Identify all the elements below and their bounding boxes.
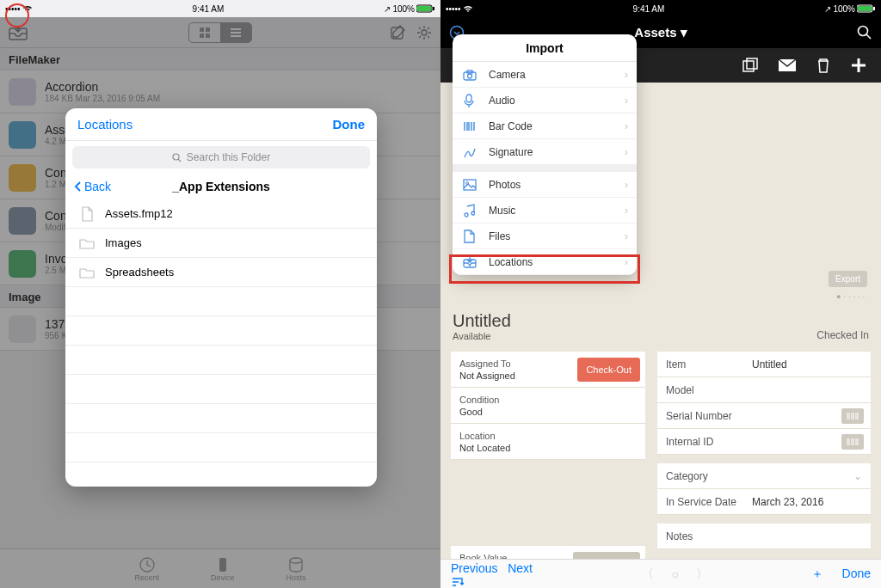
carrier-dots: ••••• [446, 4, 461, 14]
status-time: 9:41 AM [193, 4, 225, 14]
chevron-right-icon: › [625, 95, 628, 107]
assigned-cell[interactable]: Assigned To Not Assigned Check-Out [451, 352, 645, 388]
foot-chevron-left-icon[interactable]: 〈 [642, 567, 654, 582]
prev-button[interactable]: Previous [451, 561, 497, 575]
nav-title[interactable]: Assets ▾ [634, 25, 687, 40]
nav-search-icon[interactable] [857, 25, 872, 40]
chevron-right-icon: › [625, 146, 628, 158]
statusbar-left: ••••• 9:41 AM ↗ 100% [0, 0, 440, 17]
footer-bar: Previous Next 〈 ○ 〉 ＋ Done [440, 559, 881, 588]
chevron-right-icon: › [625, 205, 628, 217]
photo-icon [463, 179, 478, 191]
page-dots: ●····· [836, 292, 867, 301]
search-icon [172, 153, 182, 162]
chevron-right-icon: › [625, 230, 628, 242]
folder-icon [79, 236, 95, 251]
barcode-icon[interactable] [841, 434, 864, 450]
camera-icon [463, 69, 478, 81]
import-photo[interactable]: Photos› [453, 172, 637, 198]
condition-cell[interactable]: Condition Good [451, 388, 645, 424]
done-button[interactable]: Done [842, 567, 871, 580]
svg-point-48 [465, 213, 468, 217]
modal-title[interactable]: Locations [77, 117, 132, 132]
barcode-icon[interactable] [841, 408, 864, 424]
import-popover: Import Camera›Audio›Bar Code›Signature› … [453, 34, 637, 275]
highlight-box [449, 254, 640, 284]
row-label: Assets.fmp12 [105, 207, 173, 220]
battery-icon [416, 4, 435, 13]
model-cell[interactable]: Model [657, 377, 871, 403]
location-cell[interactable]: Location Not Located [451, 424, 645, 460]
foot-circle-icon[interactable]: ○ [671, 567, 678, 581]
svg-rect-18 [858, 6, 872, 11]
locations-modal: Locations Done Search this Folder Back _… [65, 108, 377, 487]
check-out-button[interactable]: Check-Out [577, 358, 640, 382]
service-date-cell[interactable]: In Service DateMarch 23, 2016 [657, 489, 871, 515]
svg-point-38 [468, 74, 472, 78]
highlight-circle [5, 3, 29, 28]
item-cell[interactable]: ItemUntitled [657, 352, 871, 377]
svg-point-49 [471, 211, 475, 215]
mail-icon[interactable] [778, 58, 797, 72]
location-icon: ↗ [824, 4, 831, 14]
folder-item[interactable]: Spreadsheets [65, 258, 377, 287]
file-icon [79, 206, 95, 222]
checked-in-label: Checked In [816, 329, 869, 341]
folder-title: _App Extensions [65, 180, 377, 193]
copy-icon[interactable] [742, 58, 759, 73]
search-placeholder: Search this Folder [187, 151, 270, 163]
folder-icon [79, 265, 95, 280]
chevron-right-icon: › [625, 69, 628, 81]
record-subtitle: Available [453, 331, 511, 341]
foot-chevron-right-icon[interactable]: 〉 [696, 567, 708, 582]
serial-cell[interactable]: Serial Number [657, 403, 871, 429]
next-button[interactable]: Next [508, 561, 533, 575]
svg-rect-46 [464, 180, 476, 190]
wifi-icon [463, 4, 473, 13]
plus-icon[interactable] [850, 57, 867, 74]
status-time: 9:41 AM [633, 4, 665, 14]
folder-item[interactable]: Images [65, 229, 377, 258]
sign-icon [463, 145, 478, 159]
svg-rect-22 [743, 61, 754, 71]
svg-point-21 [859, 27, 868, 36]
import-label: Photos [489, 179, 521, 191]
battery-pct: 100% [833, 4, 855, 14]
svg-rect-40 [466, 95, 471, 102]
add-button[interactable]: ＋ [811, 567, 823, 580]
left-pane: ••••• 9:41 AM ↗ 100% FileMaker Accordio [0, 0, 440, 588]
done-button[interactable]: Done [333, 117, 366, 132]
svg-rect-23 [747, 58, 757, 69]
import-sign[interactable]: Signature› [453, 139, 637, 165]
sort-icon[interactable] [451, 575, 465, 587]
right-pane: ••••• 9:41 AM ↗ 100% Assets ▾ Export ●··… [440, 0, 881, 588]
import-label: Music [489, 205, 515, 217]
svg-point-16 [173, 154, 179, 160]
import-label: Files [489, 230, 510, 242]
chevron-right-icon: › [625, 179, 628, 191]
trash-icon[interactable] [816, 57, 831, 74]
import-music[interactable]: Music› [453, 198, 637, 224]
mic-icon [463, 94, 478, 107]
export-button[interactable]: Export [829, 271, 867, 287]
file-item[interactable]: Assets.fmp12 [65, 199, 377, 229]
music-icon [463, 204, 478, 217]
notes-cell[interactable]: Notes [657, 524, 871, 549]
svg-rect-19 [873, 7, 875, 10]
battery-icon [857, 4, 876, 13]
statusbar-right: ••••• 9:41 AM ↗ 100% [440, 0, 881, 17]
svg-rect-2 [433, 7, 434, 10]
svg-rect-1 [417, 6, 431, 11]
import-file[interactable]: Files› [453, 224, 637, 249]
import-mic[interactable]: Audio› [453, 88, 637, 113]
import-camera[interactable]: Camera› [453, 62, 637, 88]
category-cell[interactable]: Category⌄ [657, 463, 871, 489]
search-input[interactable]: Search this Folder [72, 146, 370, 168]
import-barcode[interactable]: Bar Code› [453, 113, 637, 139]
chevron-right-icon: › [625, 120, 628, 132]
internal-id-cell[interactable]: Internal ID [657, 429, 871, 455]
import-label: Signature [489, 146, 533, 158]
record-title: Untitled [453, 311, 511, 331]
import-label: Bar Code [489, 120, 533, 132]
battery-pct: 100% [392, 4, 415, 14]
